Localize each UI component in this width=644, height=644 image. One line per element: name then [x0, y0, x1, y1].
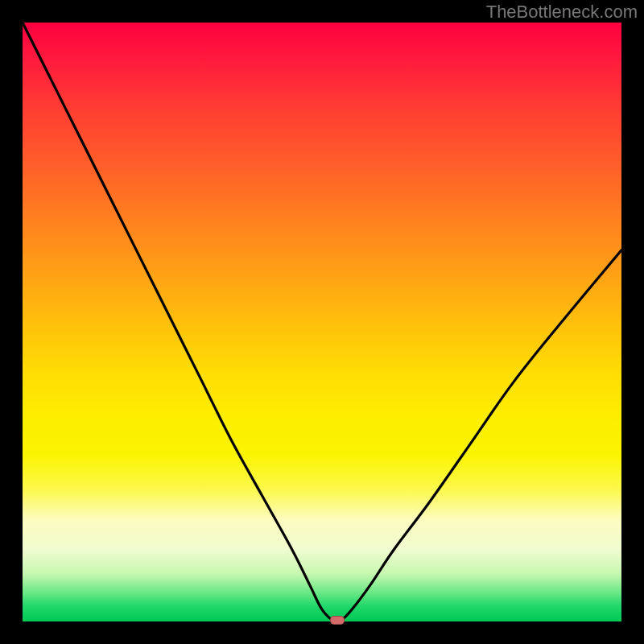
plot-area: [23, 23, 621, 621]
watermark-text: TheBottleneck.com: [486, 2, 638, 23]
bottleneck-curve: [23, 23, 621, 621]
minimum-marker: [330, 616, 345, 625]
chart-container: TheBottleneck.com: [0, 0, 644, 644]
